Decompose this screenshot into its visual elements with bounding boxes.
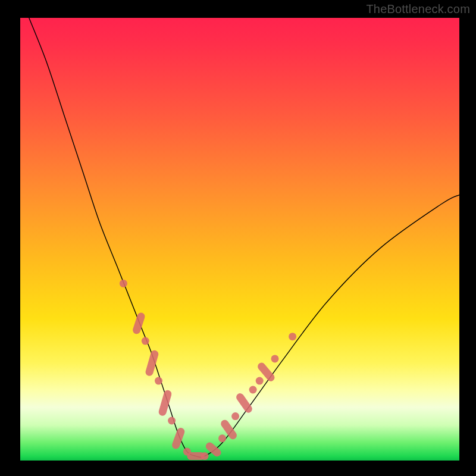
highlight-markers (120, 280, 296, 460)
marker-dot (168, 417, 176, 425)
plot-area (20, 18, 459, 461)
marker-pill (131, 312, 146, 335)
curve-svg (20, 18, 459, 461)
bottleneck-curve (29, 18, 459, 458)
marker-dot (155, 377, 162, 385)
marker-dot (249, 386, 257, 394)
marker-dot (142, 337, 149, 345)
marker-dot (271, 355, 279, 362)
marker-dot (256, 377, 264, 385)
marker-pill (158, 389, 173, 416)
marker-dot (201, 452, 209, 460)
marker-dot (120, 280, 127, 287)
marker-dot (231, 412, 239, 420)
marker-pill (145, 349, 159, 377)
marker-dot (289, 333, 296, 340)
marker-dot (218, 434, 226, 442)
marker-pill (235, 392, 254, 414)
watermark-text: TheBottleneck.com (366, 2, 470, 16)
chart-frame: TheBottleneck.com (0, 0, 476, 476)
